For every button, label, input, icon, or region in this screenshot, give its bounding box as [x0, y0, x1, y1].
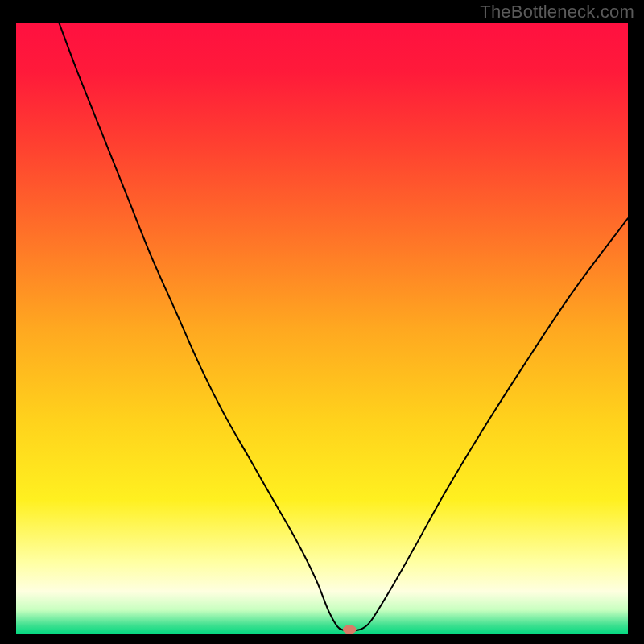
bottleneck-chart: [16, 23, 628, 634]
chart-frame: TheBottleneck.com: [0, 0, 644, 644]
watermark-text: TheBottleneck.com: [480, 2, 634, 23]
plot-area: [16, 23, 628, 634]
optimal-point-marker: [343, 625, 357, 634]
gradient-bg: [16, 23, 628, 634]
